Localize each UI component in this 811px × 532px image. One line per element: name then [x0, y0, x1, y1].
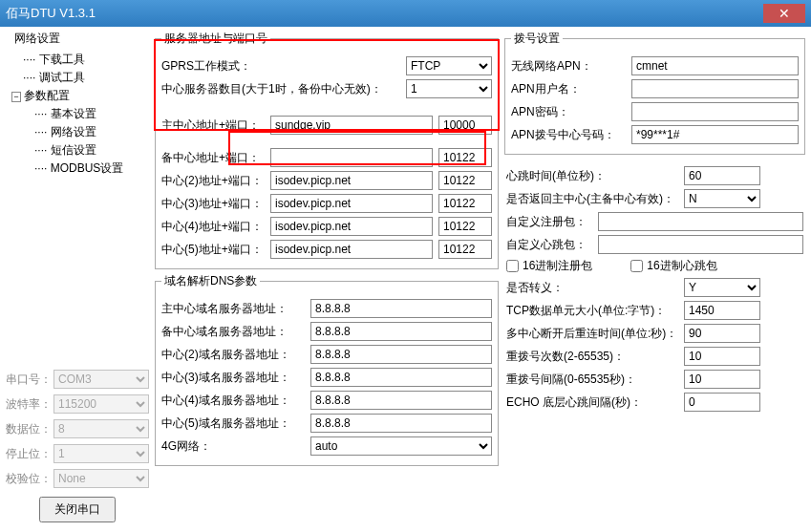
heartbeat-label: 心跳时间(单位秒)：: [506, 168, 678, 184]
c4-port-input[interactable]: [438, 217, 492, 236]
window-title: 佰马DTU V1.3.1: [6, 5, 763, 22]
parity-label: 校验位：: [6, 471, 53, 487]
collapse-icon[interactable]: −: [11, 92, 21, 102]
serial-port-label: 串口号：: [6, 372, 53, 388]
gprs-mode-label: GPRS工作模式：: [161, 58, 265, 74]
data-bits-select[interactable]: 8: [53, 419, 149, 438]
c2-port-input[interactable]: [438, 171, 492, 190]
bak-port-input[interactable]: [438, 148, 492, 167]
close-serial-button[interactable]: 关闭串口: [39, 497, 116, 522]
server-legend: 服务器地址与端口号: [161, 31, 270, 47]
dns3-input[interactable]: [310, 368, 492, 387]
dns-bak-label: 备中心域名服务器地址：: [161, 324, 305, 340]
gprs-mode-select[interactable]: FTCP: [406, 56, 492, 75]
net4g-label: 4G网络：: [161, 438, 305, 455]
dns-legend: 域名解析DNS参数: [161, 273, 260, 289]
close-button[interactable]: ✕: [763, 4, 805, 23]
tree-modbus[interactable]: ···· MODBUS设置: [11, 160, 143, 178]
reg-input[interactable]: [598, 212, 803, 231]
main-addr-label: 主中心地址+端口：: [161, 117, 265, 134]
c2-addr-label: 中心(2)地址+端口：: [161, 173, 265, 189]
dns5-label: 中心(5)域名服务器地址：: [161, 415, 305, 432]
reconnect-label: 多中心断开后重连时间(单位:秒)：: [506, 326, 678, 342]
return-label: 是否返回主中心(主备中心有效)：: [506, 191, 678, 207]
bak-addr-label: 备中心地址+端口：: [161, 150, 265, 166]
hb-label: 自定义心跳包：: [506, 237, 592, 253]
hex-hb-checkbox[interactable]: 16进制心跳包: [630, 258, 716, 274]
return-select[interactable]: N: [684, 189, 760, 208]
stop-bits-label: 停止位：: [6, 446, 53, 462]
mtu-label: TCP数据单元大小(单位:字节)：: [506, 303, 678, 319]
mtu-input[interactable]: [684, 301, 760, 320]
baud-select[interactable]: 115200: [53, 394, 149, 414]
tree-panel: 网络设置 ···· 下载工具 ···· 调试工具 −参数配置 ···· 基本设置…: [6, 31, 149, 363]
c5-addr-label: 中心(5)地址+端口：: [161, 242, 265, 258]
serial-port-select[interactable]: COM3: [53, 370, 149, 389]
data-bits-label: 数据位：: [6, 421, 53, 437]
dns4-label: 中心(4)域名服务器地址：: [161, 393, 305, 409]
dns-bak-input[interactable]: [310, 322, 492, 341]
dial-legend: 拨号设置: [511, 31, 563, 47]
interval-input[interactable]: [684, 370, 760, 389]
server-count-label: 中心服务器数目(大于1时，备份中心无效)：: [161, 81, 400, 97]
hex-reg-checkbox[interactable]: 16进制注册包: [506, 258, 592, 274]
c4-addr-label: 中心(4)地址+端口：: [161, 219, 265, 235]
tree-debug[interactable]: ···· 调试工具: [11, 69, 143, 87]
dns2-input[interactable]: [310, 345, 492, 364]
net4g-select[interactable]: auto: [310, 436, 492, 456]
baud-label: 波特率：: [6, 396, 53, 413]
c5-port-input[interactable]: [438, 240, 492, 259]
reconnect-input[interactable]: [684, 324, 760, 343]
c5-addr-input[interactable]: [270, 240, 433, 259]
tree-basic[interactable]: ···· 基本设置: [11, 105, 143, 123]
dns4-input[interactable]: [310, 391, 492, 410]
tree-legend: 网络设置: [11, 31, 63, 47]
apn-input[interactable]: [631, 56, 799, 75]
apn-user-input[interactable]: [631, 79, 799, 98]
stop-bits-select[interactable]: 1: [53, 444, 149, 463]
tree-params[interactable]: −参数配置: [11, 87, 143, 105]
tree-download[interactable]: ···· 下载工具: [11, 51, 143, 69]
tree-sms[interactable]: ···· 短信设置: [11, 141, 143, 160]
hb-input[interactable]: [598, 235, 803, 254]
dns-main-label: 主中心域名服务器地址：: [161, 301, 305, 317]
heartbeat-input[interactable]: [684, 166, 760, 185]
apn-label: 无线网络APN：: [511, 58, 626, 74]
apn-center-input[interactable]: [631, 125, 799, 144]
main-addr-input[interactable]: [270, 116, 433, 135]
bak-addr-input[interactable]: [270, 148, 433, 167]
titlebar: 佰马DTU V1.3.1 ✕: [0, 0, 811, 27]
dns5-input[interactable]: [310, 414, 492, 433]
dns3-label: 中心(3)域名服务器地址：: [161, 370, 305, 386]
apn-pwd-label: APN密码：: [511, 104, 626, 120]
escape-select[interactable]: Y: [684, 278, 760, 297]
echo-input[interactable]: [684, 393, 760, 412]
apn-user-label: APN用户名：: [511, 81, 626, 97]
apn-center-label: APN拨号中心号码：: [511, 127, 626, 143]
redial-label: 重拨号次数(2-65535)：: [506, 349, 678, 365]
redial-input[interactable]: [684, 347, 760, 366]
server-count-select[interactable]: 1: [406, 79, 492, 98]
main-port-input[interactable]: [438, 116, 492, 135]
reg-label: 自定义注册包：: [506, 214, 592, 230]
dns2-label: 中心(2)域名服务器地址：: [161, 347, 305, 363]
c2-addr-input[interactable]: [270, 171, 433, 190]
c3-addr-input[interactable]: [270, 194, 433, 213]
apn-pwd-input[interactable]: [631, 102, 799, 121]
parity-select[interactable]: None: [53, 469, 149, 488]
c3-addr-label: 中心(3)地址+端口：: [161, 196, 265, 212]
tree-network[interactable]: ···· 网络设置: [11, 123, 143, 141]
escape-label: 是否转义：: [506, 280, 678, 296]
interval-label: 重拨号间隔(0-65535秒)：: [506, 372, 678, 388]
c3-port-input[interactable]: [438, 194, 492, 213]
dns-main-input[interactable]: [310, 299, 492, 318]
echo-label: ECHO 底层心跳间隔(秒)：: [506, 394, 678, 411]
c4-addr-input[interactable]: [270, 217, 433, 236]
